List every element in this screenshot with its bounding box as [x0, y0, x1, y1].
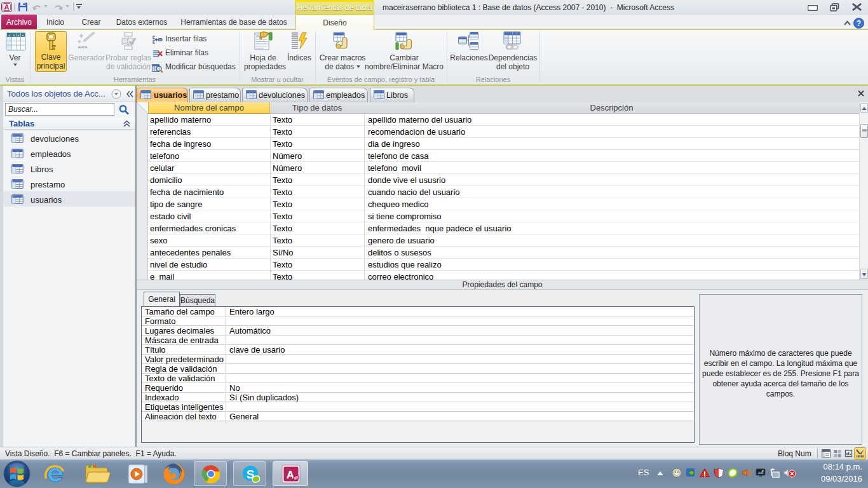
svg-text:?: ?	[857, 19, 861, 28]
svg-text:A: A	[4, 3, 10, 11]
svg-text:A: A	[287, 469, 294, 481]
